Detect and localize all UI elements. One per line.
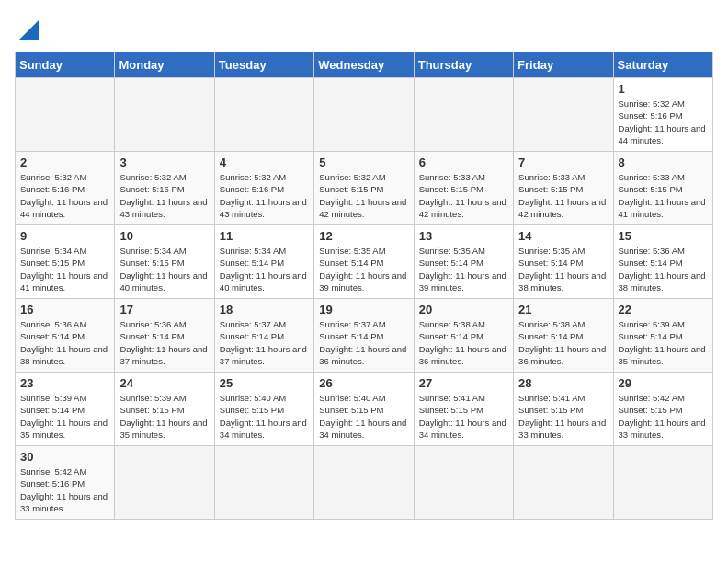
calendar-cell — [115, 78, 214, 152]
day-number: 7 — [518, 155, 608, 169]
calendar-cell: 15 Sunrise: 5:36 AM Sunset: 5:14 PM Dayl… — [613, 225, 712, 299]
day-number: 27 — [419, 376, 508, 390]
calendar-cell: 8 Sunrise: 5:33 AM Sunset: 5:15 PM Dayli… — [613, 152, 712, 225]
day-info: Sunrise: 5:41 AM Sunset: 5:15 PM Dayligh… — [419, 392, 508, 441]
calendar-cell: 27 Sunrise: 5:41 AM Sunset: 5:15 PM Dayl… — [414, 373, 513, 446]
calendar-cell: 2 Sunrise: 5:32 AM Sunset: 5:16 PM Dayli… — [16, 152, 115, 225]
day-number: 19 — [319, 303, 408, 316]
calendar-cell: 22 Sunrise: 5:39 AM Sunset: 5:14 PM Dayl… — [613, 299, 712, 373]
calendar-cell: 28 Sunrise: 5:41 AM Sunset: 5:15 PM Dayl… — [514, 373, 613, 446]
day-info: Sunrise: 5:40 AM Sunset: 5:15 PM Dayligh… — [319, 392, 408, 441]
day-info: Sunrise: 5:42 AM Sunset: 5:15 PM Dayligh… — [619, 392, 708, 441]
calendar-cell: 21 Sunrise: 5:38 AM Sunset: 5:14 PM Dayl… — [514, 299, 613, 373]
calendar-cell: 4 Sunrise: 5:32 AM Sunset: 5:16 PM Dayli… — [214, 152, 313, 225]
day-info: Sunrise: 5:34 AM Sunset: 5:15 PM Dayligh… — [20, 245, 109, 293]
calendar-cell — [115, 446, 214, 520]
day-info: Sunrise: 5:42 AM Sunset: 5:16 PM Dayligh… — [20, 465, 109, 514]
day-info: Sunrise: 5:33 AM Sunset: 5:15 PM Dayligh… — [419, 171, 508, 220]
calendar-cell: 6 Sunrise: 5:33 AM Sunset: 5:15 PM Dayli… — [414, 152, 513, 225]
day-number: 15 — [619, 229, 708, 243]
day-info: Sunrise: 5:36 AM Sunset: 5:14 PM Dayligh… — [20, 318, 109, 367]
day-info: Sunrise: 5:33 AM Sunset: 5:15 PM Dayligh… — [619, 171, 708, 220]
calendar-cell: 18 Sunrise: 5:37 AM Sunset: 5:14 PM Dayl… — [214, 299, 313, 373]
day-number: 1 — [619, 82, 708, 96]
day-number: 12 — [319, 229, 408, 243]
day-number: 25 — [220, 376, 309, 390]
day-info: Sunrise: 5:32 AM Sunset: 5:16 PM Dayligh… — [619, 98, 708, 146]
week-row-6: 30 Sunrise: 5:42 AM Sunset: 5:16 PM Dayl… — [16, 446, 713, 520]
calendar-cell: 11 Sunrise: 5:34 AM Sunset: 5:14 PM Dayl… — [214, 225, 313, 299]
weekday-header-sunday: Sunday — [16, 52, 115, 78]
weekday-header-monday: Monday — [115, 52, 214, 78]
calendar-cell: 29 Sunrise: 5:42 AM Sunset: 5:15 PM Dayl… — [613, 373, 712, 446]
calendar-cell — [613, 446, 712, 520]
header — [15, 15, 713, 44]
day-info: Sunrise: 5:32 AM Sunset: 5:16 PM Dayligh… — [119, 171, 209, 220]
day-info: Sunrise: 5:39 AM Sunset: 5:14 PM Dayligh… — [20, 392, 109, 441]
day-number: 23 — [20, 376, 109, 390]
day-info: Sunrise: 5:38 AM Sunset: 5:14 PM Dayligh… — [518, 318, 608, 367]
svg-marker-0 — [18, 20, 39, 40]
day-info: Sunrise: 5:34 AM Sunset: 5:15 PM Dayligh… — [119, 245, 209, 293]
day-number: 30 — [20, 450, 109, 464]
calendar-table: SundayMondayTuesdayWednesdayThursdayFrid… — [15, 52, 713, 520]
weekday-header-saturday: Saturday — [613, 52, 712, 78]
calendar-cell — [514, 78, 613, 152]
day-info: Sunrise: 5:39 AM Sunset: 5:14 PM Dayligh… — [619, 318, 708, 367]
calendar-cell: 30 Sunrise: 5:42 AM Sunset: 5:16 PM Dayl… — [16, 446, 115, 520]
calendar-cell: 16 Sunrise: 5:36 AM Sunset: 5:14 PM Dayl… — [16, 299, 115, 373]
logo — [15, 15, 39, 44]
calendar-cell: 19 Sunrise: 5:37 AM Sunset: 5:14 PM Dayl… — [314, 299, 414, 373]
week-row-5: 23 Sunrise: 5:39 AM Sunset: 5:14 PM Dayl… — [16, 373, 713, 446]
day-info: Sunrise: 5:37 AM Sunset: 5:14 PM Dayligh… — [220, 318, 309, 367]
calendar-cell: 26 Sunrise: 5:40 AM Sunset: 5:15 PM Dayl… — [314, 373, 414, 446]
day-info: Sunrise: 5:40 AM Sunset: 5:15 PM Dayligh… — [220, 392, 309, 441]
calendar-cell — [414, 446, 513, 520]
weekday-header-wednesday: Wednesday — [314, 52, 414, 78]
day-number: 13 — [419, 229, 508, 243]
day-number: 14 — [518, 229, 608, 243]
day-number: 6 — [419, 155, 508, 169]
calendar-cell: 3 Sunrise: 5:32 AM Sunset: 5:16 PM Dayli… — [115, 152, 214, 225]
day-number: 3 — [119, 155, 209, 169]
week-row-4: 16 Sunrise: 5:36 AM Sunset: 5:14 PM Dayl… — [16, 299, 713, 373]
calendar-cell: 13 Sunrise: 5:35 AM Sunset: 5:14 PM Dayl… — [414, 225, 513, 299]
calendar-cell — [16, 78, 115, 152]
day-number: 11 — [220, 229, 309, 243]
weekday-header-friday: Friday — [514, 52, 613, 78]
calendar-cell — [514, 446, 613, 520]
day-number: 10 — [119, 229, 209, 243]
week-row-1: 1 Sunrise: 5:32 AM Sunset: 5:16 PM Dayli… — [16, 78, 713, 152]
day-number: 17 — [119, 303, 209, 316]
weekday-header-thursday: Thursday — [414, 52, 513, 78]
day-info: Sunrise: 5:35 AM Sunset: 5:14 PM Dayligh… — [319, 245, 408, 293]
day-info: Sunrise: 5:36 AM Sunset: 5:14 PM Dayligh… — [619, 245, 708, 293]
calendar-cell: 12 Sunrise: 5:35 AM Sunset: 5:14 PM Dayl… — [314, 225, 414, 299]
day-number: 5 — [319, 155, 408, 169]
calendar-cell: 23 Sunrise: 5:39 AM Sunset: 5:14 PM Dayl… — [16, 373, 115, 446]
calendar-cell: 7 Sunrise: 5:33 AM Sunset: 5:15 PM Dayli… — [514, 152, 613, 225]
day-info: Sunrise: 5:35 AM Sunset: 5:14 PM Dayligh… — [419, 245, 508, 293]
day-number: 16 — [20, 303, 109, 316]
calendar-cell: 1 Sunrise: 5:32 AM Sunset: 5:16 PM Dayli… — [613, 78, 712, 152]
day-number: 9 — [20, 229, 109, 243]
day-number: 18 — [220, 303, 309, 316]
day-number: 4 — [220, 155, 309, 169]
calendar-cell — [214, 78, 313, 152]
day-number: 28 — [518, 376, 608, 390]
day-info: Sunrise: 5:38 AM Sunset: 5:14 PM Dayligh… — [419, 318, 508, 367]
day-number: 24 — [119, 376, 209, 390]
day-info: Sunrise: 5:36 AM Sunset: 5:14 PM Dayligh… — [119, 318, 209, 367]
day-number: 22 — [619, 303, 708, 316]
calendar-cell: 14 Sunrise: 5:35 AM Sunset: 5:14 PM Dayl… — [514, 225, 613, 299]
day-number: 21 — [518, 303, 608, 316]
day-info: Sunrise: 5:33 AM Sunset: 5:15 PM Dayligh… — [518, 171, 608, 220]
day-info: Sunrise: 5:32 AM Sunset: 5:16 PM Dayligh… — [20, 171, 109, 220]
calendar-cell — [314, 78, 414, 152]
day-info: Sunrise: 5:41 AM Sunset: 5:15 PM Dayligh… — [518, 392, 608, 441]
calendar-cell: 9 Sunrise: 5:34 AM Sunset: 5:15 PM Dayli… — [16, 225, 115, 299]
calendar-cell: 24 Sunrise: 5:39 AM Sunset: 5:15 PM Dayl… — [115, 373, 214, 446]
day-info: Sunrise: 5:39 AM Sunset: 5:15 PM Dayligh… — [119, 392, 209, 441]
day-number: 20 — [419, 303, 508, 316]
day-number: 2 — [20, 155, 109, 169]
